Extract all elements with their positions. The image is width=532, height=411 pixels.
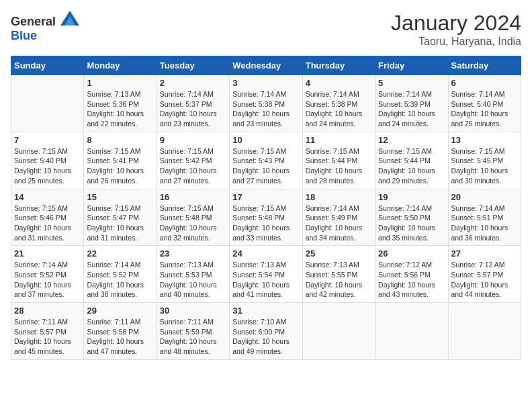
page-subtitle: Taoru, Haryana, India <box>391 36 521 48</box>
cell-content: Sunrise: 7:10 AMSunset: 6:00 PMDaylight:… <box>232 317 299 357</box>
week-row-1: 1Sunrise: 7:13 AMSunset: 5:36 PMDaylight… <box>11 75 521 132</box>
day-number: 15 <box>87 192 153 202</box>
day-number: 23 <box>160 248 226 259</box>
header-row: SundayMondayTuesdayWednesdayThursdayFrid… <box>11 56 521 75</box>
day-number: 12 <box>378 135 445 145</box>
day-number: 30 <box>160 306 226 316</box>
calendar-cell <box>11 75 84 132</box>
cell-content: Sunrise: 7:15 AMSunset: 5:44 PMDaylight:… <box>378 146 445 186</box>
calendar-cell: 17Sunrise: 7:15 AMSunset: 5:48 PMDayligh… <box>230 189 302 246</box>
calendar-cell: 23Sunrise: 7:13 AMSunset: 5:53 PMDayligh… <box>157 246 229 303</box>
cell-content: Sunrise: 7:13 AMSunset: 5:54 PMDaylight:… <box>232 260 299 300</box>
calendar-cell <box>448 303 521 360</box>
cell-content: Sunrise: 7:11 AMSunset: 5:57 PMDaylight:… <box>14 317 81 357</box>
calendar-cell: 31Sunrise: 7:10 AMSunset: 6:00 PMDayligh… <box>230 303 302 360</box>
cell-content: Sunrise: 7:14 AMSunset: 5:38 PMDaylight:… <box>232 89 299 129</box>
calendar-cell <box>302 303 375 360</box>
day-number: 17 <box>232 192 299 202</box>
cell-content: Sunrise: 7:13 AMSunset: 5:55 PMDaylight:… <box>306 260 372 300</box>
calendar-cell: 6Sunrise: 7:14 AMSunset: 5:40 PMDaylight… <box>448 75 521 132</box>
cell-content: Sunrise: 7:14 AMSunset: 5:38 PMDaylight:… <box>306 89 372 129</box>
page-title: January 2024 <box>391 11 521 36</box>
day-number: 6 <box>451 78 518 88</box>
calendar-cell: 5Sunrise: 7:14 AMSunset: 5:39 PMDaylight… <box>375 75 448 132</box>
header-cell-tuesday: Tuesday <box>157 56 229 75</box>
logo-general: General <box>11 15 56 28</box>
cell-content: Sunrise: 7:13 AMSunset: 5:36 PMDaylight:… <box>87 89 153 129</box>
cell-content: Sunrise: 7:12 AMSunset: 5:57 PMDaylight:… <box>451 260 518 300</box>
week-row-4: 21Sunrise: 7:14 AMSunset: 5:52 PMDayligh… <box>11 246 521 303</box>
cell-content: Sunrise: 7:14 AMSunset: 5:49 PMDaylight:… <box>306 203 372 243</box>
day-number: 1 <box>87 78 153 88</box>
day-number: 3 <box>232 78 299 88</box>
calendar-cell: 2Sunrise: 7:14 AMSunset: 5:37 PMDaylight… <box>157 75 229 132</box>
cell-content: Sunrise: 7:14 AMSunset: 5:39 PMDaylight:… <box>378 89 445 129</box>
day-number: 29 <box>87 306 153 316</box>
day-number: 18 <box>306 192 372 202</box>
calendar-table: SundayMondayTuesdayWednesdayThursdayFrid… <box>11 56 521 360</box>
day-number: 31 <box>232 306 299 316</box>
cell-content: Sunrise: 7:15 AMSunset: 5:42 PMDaylight:… <box>160 146 226 186</box>
calendar-cell: 30Sunrise: 7:11 AMSunset: 5:59 PMDayligh… <box>157 303 229 360</box>
header-cell-thursday: Thursday <box>302 56 375 75</box>
day-number: 10 <box>232 135 299 145</box>
day-number: 7 <box>14 135 81 145</box>
calendar-cell: 28Sunrise: 7:11 AMSunset: 5:57 PMDayligh… <box>11 303 84 360</box>
calendar-cell: 15Sunrise: 7:15 AMSunset: 5:47 PMDayligh… <box>84 189 157 246</box>
cell-content: Sunrise: 7:15 AMSunset: 5:48 PMDaylight:… <box>232 203 299 243</box>
day-number: 20 <box>451 192 518 202</box>
calendar-cell: 18Sunrise: 7:14 AMSunset: 5:49 PMDayligh… <box>302 189 375 246</box>
calendar-cell: 24Sunrise: 7:13 AMSunset: 5:54 PMDayligh… <box>230 246 302 303</box>
title-block: January 2024 Taoru, Haryana, India <box>391 11 521 48</box>
logo: General Blue <box>11 11 79 43</box>
header-cell-sunday: Sunday <box>11 56 84 75</box>
day-number: 5 <box>378 78 445 88</box>
cell-content: Sunrise: 7:14 AMSunset: 5:37 PMDaylight:… <box>160 89 226 129</box>
day-number: 19 <box>378 192 445 202</box>
day-number: 25 <box>306 248 372 259</box>
day-number: 4 <box>306 78 372 88</box>
calendar-cell: 16Sunrise: 7:15 AMSunset: 5:48 PMDayligh… <box>157 189 229 246</box>
calendar-cell: 26Sunrise: 7:12 AMSunset: 5:56 PMDayligh… <box>375 246 448 303</box>
calendar-cell: 7Sunrise: 7:15 AMSunset: 5:40 PMDaylight… <box>11 132 84 189</box>
page-header: General Blue January 2024 Taoru, Haryana… <box>11 11 521 48</box>
cell-content: Sunrise: 7:15 AMSunset: 5:45 PMDaylight:… <box>451 146 518 186</box>
cell-content: Sunrise: 7:15 AMSunset: 5:40 PMDaylight:… <box>14 146 81 186</box>
cell-content: Sunrise: 7:11 AMSunset: 5:58 PMDaylight:… <box>87 317 153 357</box>
cell-content: Sunrise: 7:15 AMSunset: 5:46 PMDaylight:… <box>14 203 81 243</box>
day-number: 9 <box>160 135 226 145</box>
day-number: 13 <box>451 135 518 145</box>
cell-content: Sunrise: 7:14 AMSunset: 5:52 PMDaylight:… <box>14 260 81 300</box>
calendar-cell: 13Sunrise: 7:15 AMSunset: 5:45 PMDayligh… <box>448 132 521 189</box>
cell-content: Sunrise: 7:15 AMSunset: 5:44 PMDaylight:… <box>306 146 372 186</box>
week-row-5: 28Sunrise: 7:11 AMSunset: 5:57 PMDayligh… <box>11 303 521 360</box>
day-number: 11 <box>306 135 372 145</box>
calendar-cell: 11Sunrise: 7:15 AMSunset: 5:44 PMDayligh… <box>302 132 375 189</box>
day-number: 14 <box>14 192 81 202</box>
day-number: 27 <box>451 248 518 259</box>
calendar-cell: 20Sunrise: 7:14 AMSunset: 5:51 PMDayligh… <box>448 189 521 246</box>
calendar-cell: 22Sunrise: 7:14 AMSunset: 5:52 PMDayligh… <box>84 246 157 303</box>
calendar-cell: 8Sunrise: 7:15 AMSunset: 5:41 PMDaylight… <box>84 132 157 189</box>
header-cell-wednesday: Wednesday <box>230 56 302 75</box>
cell-content: Sunrise: 7:13 AMSunset: 5:53 PMDaylight:… <box>160 260 226 300</box>
day-number: 2 <box>160 78 226 88</box>
cell-content: Sunrise: 7:15 AMSunset: 5:41 PMDaylight:… <box>87 146 153 186</box>
calendar-cell: 1Sunrise: 7:13 AMSunset: 5:36 PMDaylight… <box>84 75 157 132</box>
header-cell-monday: Monday <box>84 56 157 75</box>
calendar-cell <box>375 303 448 360</box>
cell-content: Sunrise: 7:12 AMSunset: 5:56 PMDaylight:… <box>378 260 445 300</box>
cell-content: Sunrise: 7:14 AMSunset: 5:50 PMDaylight:… <box>378 203 445 243</box>
cell-content: Sunrise: 7:11 AMSunset: 5:59 PMDaylight:… <box>160 317 226 357</box>
cell-content: Sunrise: 7:15 AMSunset: 5:43 PMDaylight:… <box>232 146 299 186</box>
calendar-cell: 9Sunrise: 7:15 AMSunset: 5:42 PMDaylight… <box>157 132 229 189</box>
day-number: 8 <box>87 135 153 145</box>
calendar-cell: 25Sunrise: 7:13 AMSunset: 5:55 PMDayligh… <box>302 246 375 303</box>
day-number: 28 <box>14 306 81 316</box>
cell-content: Sunrise: 7:15 AMSunset: 5:47 PMDaylight:… <box>87 203 153 243</box>
cell-content: Sunrise: 7:14 AMSunset: 5:40 PMDaylight:… <box>451 89 518 129</box>
week-row-3: 14Sunrise: 7:15 AMSunset: 5:46 PMDayligh… <box>11 189 521 246</box>
header-cell-friday: Friday <box>375 56 448 75</box>
calendar-cell: 4Sunrise: 7:14 AMSunset: 5:38 PMDaylight… <box>302 75 375 132</box>
calendar-cell: 12Sunrise: 7:15 AMSunset: 5:44 PMDayligh… <box>375 132 448 189</box>
